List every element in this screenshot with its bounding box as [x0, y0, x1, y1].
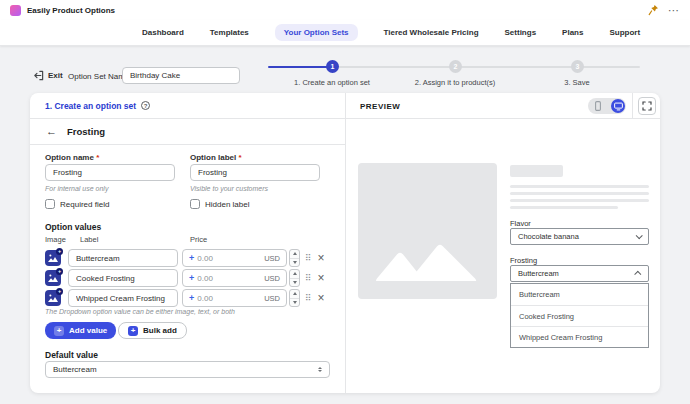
plus-icon: + [189, 294, 194, 303]
pin-icon[interactable] [648, 4, 659, 16]
value-label-input[interactable] [68, 269, 178, 287]
exit-icon [33, 70, 44, 81]
plus-icon: + [54, 326, 64, 336]
exit-button[interactable]: Exit [33, 70, 63, 81]
column-header-label: Label [80, 235, 98, 244]
nav-item-your-option-sets[interactable]: Your Option Sets [275, 24, 358, 41]
fullscreen-icon[interactable] [638, 97, 656, 115]
app-title: Easily Product Options [27, 6, 115, 15]
step-1-circle[interactable]: 1 [326, 60, 339, 73]
drag-handle-icon[interactable]: ⠿ [305, 274, 312, 283]
skeleton-title [510, 165, 563, 177]
required-asterisk: * [238, 153, 241, 162]
option-values-title: Option values [45, 222, 101, 232]
required-field-label: Required field [60, 200, 109, 209]
hidden-label-label: Hidden label [205, 200, 249, 209]
option-set-name-label: Option Set Name [68, 72, 129, 81]
price-input[interactable] [197, 254, 261, 263]
preview-flavor-label: Flavor [510, 219, 531, 228]
add-value-button[interactable]: + Add value [45, 322, 116, 339]
required-field-checkbox[interactable] [45, 199, 55, 209]
price-field[interactable]: + USD [182, 289, 287, 307]
desktop-view-icon[interactable] [611, 99, 625, 113]
step-1-label: 1. Create an option set [294, 78, 370, 87]
preview-frosting-select[interactable]: Buttercream [510, 265, 649, 282]
mountains-icon [372, 237, 482, 281]
delete-value-icon[interactable]: × [318, 272, 325, 284]
delete-value-icon[interactable]: × [318, 292, 325, 304]
image-upload-icon[interactable]: + [45, 250, 61, 266]
device-toggle [588, 98, 626, 114]
skeleton-line [510, 199, 649, 202]
price-stepper[interactable] [289, 249, 300, 267]
option-name-input[interactable] [45, 164, 175, 181]
frosting-dropdown: Buttercream Cooked Frosting Whipped Crea… [510, 283, 649, 348]
default-value-select[interactable]: Buttercream [45, 361, 330, 378]
price-stepper[interactable] [289, 269, 300, 287]
skeleton-line [510, 206, 618, 209]
add-value-label: Add value [69, 326, 107, 335]
currency-label: USD [264, 294, 280, 303]
option-label-input[interactable] [190, 164, 320, 181]
preview-frosting-label: Frosting [510, 256, 537, 265]
nav-item-settings[interactable]: Settings [505, 28, 537, 37]
nav-item-tiered-wholesale-pricing[interactable]: Tiered Wholesale Pricing [384, 28, 479, 37]
default-value-label: Default value [45, 350, 98, 360]
hidden-label-row: Hidden label [190, 199, 249, 209]
app-screen: Easily Product Options ⋯ Dashboard Templ… [0, 0, 690, 404]
price-input[interactable] [197, 274, 261, 283]
exit-label: Exit [48, 71, 63, 80]
option-name-helper: For internal use only [45, 185, 108, 192]
price-input[interactable] [197, 294, 261, 303]
currency-label: USD [264, 254, 280, 263]
back-arrow-icon[interactable]: ← [46, 126, 57, 137]
bulk-add-label: Bulk add [143, 326, 177, 335]
step-2-circle[interactable]: 2 [449, 60, 462, 73]
column-header-image: Image [45, 235, 66, 244]
dropdown-option[interactable]: Whipped Cream Frosting [511, 326, 648, 347]
step-3-circle[interactable]: 3 [571, 60, 584, 73]
plus-icon: + [128, 326, 138, 336]
skeleton-line [510, 192, 649, 195]
option-value-row: + + USD ⠿ × [45, 269, 325, 287]
drag-handle-icon[interactable]: ⠿ [305, 254, 312, 263]
nav-item-plans[interactable]: Plans [562, 28, 583, 37]
overflow-menu-icon[interactable]: ⋯ [668, 5, 680, 16]
option-label-label: Option label * [190, 153, 242, 162]
hidden-label-checkbox[interactable] [190, 199, 200, 209]
image-upload-icon[interactable]: + [45, 290, 61, 306]
preview-flavor-select[interactable]: Chocolate banana [510, 228, 649, 245]
dropdown-option[interactable]: Cooked Frosting [511, 305, 648, 326]
option-set-name-input[interactable] [122, 67, 240, 84]
price-field[interactable]: + USD [182, 249, 287, 267]
drag-handle-icon[interactable]: ⠿ [305, 294, 312, 303]
product-image-placeholder [358, 163, 497, 299]
bulk-add-button[interactable]: + Bulk add [118, 322, 187, 339]
column-header-price: Price [190, 235, 207, 244]
price-field[interactable]: + USD [182, 269, 287, 287]
default-value-text: Buttercream [53, 365, 97, 374]
image-upload-icon[interactable]: + [45, 270, 61, 286]
dropdown-option[interactable]: Buttercream [511, 284, 648, 305]
option-section-title: Frosting [67, 126, 105, 137]
help-icon[interactable]: ? [141, 101, 150, 110]
option-section-header: ← Frosting [30, 119, 345, 145]
card-title: 1. Create an option set [45, 101, 136, 111]
value-label-input[interactable] [68, 289, 178, 307]
required-field-row: Required field [45, 199, 109, 209]
select-updown-icon [318, 367, 322, 373]
delete-value-icon[interactable]: × [318, 252, 325, 264]
value-label-input[interactable] [68, 249, 178, 267]
nav-item-templates[interactable]: Templates [210, 28, 249, 37]
image-badge-icon: + [56, 248, 63, 255]
nav-item-dashboard[interactable]: Dashboard [142, 28, 184, 37]
nav-item-support[interactable]: Support [609, 28, 640, 37]
topbar-actions: ⋯ [648, 4, 680, 16]
mobile-view-icon[interactable] [588, 98, 607, 114]
price-stepper[interactable] [289, 289, 300, 307]
header-divider [632, 93, 633, 119]
plus-icon: + [189, 254, 194, 263]
step-3-label: 3. Save [564, 78, 589, 87]
app-logo-icon [10, 5, 21, 16]
panel-divider [345, 93, 346, 393]
